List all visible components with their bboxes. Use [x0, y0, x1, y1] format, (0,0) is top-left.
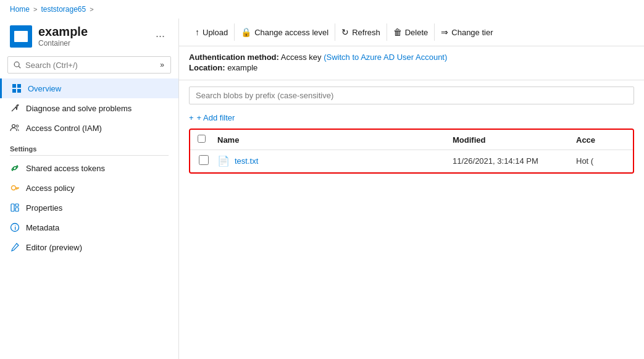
select-all-checkbox[interactable]	[198, 135, 206, 143]
row-select-checkbox[interactable]	[198, 155, 210, 165]
toolbar: ↑ Upload 🔒 Change access level ↻ Refresh…	[179, 19, 644, 46]
nav-properties-label: Properties	[26, 203, 62, 213]
container-icon	[14, 31, 28, 42]
svg-rect-12	[11, 204, 14, 211]
search-icon	[13, 61, 22, 69]
nav-shared-access[interactable]: Shared access tokens	[0, 158, 178, 178]
col-modified-header: Modified	[453, 135, 576, 145]
search-blobs-input[interactable]	[189, 87, 634, 104]
breadcrumb-sep2: >	[90, 6, 93, 13]
search-input[interactable]	[25, 61, 153, 70]
breadcrumb-storage[interactable]: teststorage65	[41, 5, 86, 14]
nav-access-control-label: Access Control (IAM)	[26, 124, 102, 133]
svg-rect-14	[15, 208, 19, 211]
refresh-icon: ↻	[341, 27, 349, 37]
nav-access-policy-label: Access policy	[26, 184, 75, 193]
svg-rect-4	[12, 89, 16, 93]
table-header: Name Modified Acce	[190, 130, 633, 150]
add-filter-button[interactable]: + + Add filter	[179, 111, 644, 125]
col-access-header: Acce	[576, 135, 625, 145]
breadcrumb-sep1: >	[33, 6, 37, 13]
nav-diagnose[interactable]: Diagnose and solve problems	[0, 98, 178, 118]
auth-value-text: Access key	[281, 53, 322, 62]
location-label: Location:	[189, 63, 225, 72]
people-icon	[10, 123, 20, 133]
header-checkbox-spacer	[198, 135, 210, 145]
svg-point-6	[12, 125, 15, 128]
row-filename[interactable]: test.txt	[235, 156, 453, 166]
resource-header: example Container ···	[0, 19, 178, 54]
info-bar: Authentication method: Access key (Switc…	[179, 46, 644, 80]
search-blobs-container	[189, 87, 634, 104]
resource-name: example	[38, 25, 146, 39]
svg-point-7	[16, 125, 19, 127]
table-row[interactable]: 📄 test.txt 11/26/2021, 3:14:14 PM Hot (	[190, 150, 633, 172]
svg-rect-5	[17, 89, 21, 93]
properties-icon	[10, 203, 20, 213]
collapse-sidebar-button[interactable]: »	[159, 59, 165, 70]
auth-label: Authentication method:	[189, 53, 279, 62]
edit-icon	[10, 242, 20, 252]
auth-switch-link[interactable]: (Switch to Azure AD User Account)	[324, 53, 447, 62]
blob-table-container: Name Modified Acce 📄 test.txt 11/26/2021…	[189, 129, 634, 174]
row-modified: 11/26/2021, 3:14:14 PM	[453, 156, 576, 166]
add-filter-label: + Add filter	[197, 113, 235, 122]
nav-properties[interactable]: Properties	[0, 198, 178, 218]
svg-rect-3	[17, 84, 21, 88]
upload-icon: ↑	[195, 27, 199, 37]
nav-editor[interactable]: Editor (preview)	[0, 237, 178, 257]
overview-icon	[12, 83, 22, 93]
nav-metadata[interactable]: i Metadata	[0, 218, 178, 237]
svg-rect-2	[12, 84, 16, 88]
content-area: ↑ Upload 🔒 Change access level ↻ Refresh…	[179, 19, 644, 359]
nav-editor-label: Editor (preview)	[26, 243, 82, 252]
nav-overview-label: Overview	[28, 84, 61, 93]
upload-button[interactable]: ↑ Upload	[189, 23, 235, 41]
svg-point-0	[14, 62, 19, 67]
app-container: Home > teststorage65 > example Container…	[0, 0, 644, 359]
nav-overview[interactable]: Overview	[0, 78, 178, 98]
info-icon: i	[10, 222, 20, 232]
wrench-icon	[10, 103, 20, 113]
nav-shared-access-label: Shared access tokens	[26, 164, 105, 173]
breadcrumb: Home > teststorage65 >	[0, 0, 644, 19]
resource-title-area: example Container	[38, 25, 146, 48]
tier-icon: ⇒	[441, 27, 448, 37]
nav-diagnose-label: Diagnose and solve problems	[26, 104, 132, 113]
svg-rect-13	[15, 204, 19, 206]
delete-icon: 🗑	[393, 27, 402, 37]
row-access-tier: Hot (	[576, 156, 625, 166]
location-info: Location: example	[189, 63, 634, 72]
change-access-button[interactable]: 🔒 Change access level	[235, 23, 335, 41]
sidebar: example Container ··· »	[0, 19, 179, 359]
refresh-button[interactable]: ↻ Refresh	[335, 23, 387, 41]
nav-metadata-label: Metadata	[26, 223, 59, 232]
breadcrumb-home[interactable]: Home	[10, 5, 30, 14]
key-icon	[10, 183, 20, 193]
main-layout: example Container ··· »	[0, 19, 644, 359]
change-tier-button[interactable]: ⇒ Change tier	[435, 23, 499, 41]
svg-text:i: i	[15, 225, 17, 231]
location-value: example	[227, 63, 257, 72]
file-icon: 📄	[217, 155, 230, 167]
row-checkbox-container	[198, 155, 210, 167]
lock-icon: 🔒	[241, 27, 251, 37]
nav-access-control[interactable]: Access Control (IAM)	[0, 118, 178, 138]
col-name-header: Name	[217, 135, 453, 145]
add-filter-icon: +	[189, 113, 194, 122]
more-options-button[interactable]: ···	[152, 28, 169, 44]
resource-type: Container	[38, 39, 146, 48]
delete-button[interactable]: 🗑 Delete	[387, 23, 435, 41]
link-icon	[10, 163, 20, 173]
settings-section-label: Settings	[0, 138, 178, 155]
resource-icon	[10, 25, 32, 48]
nav-access-policy[interactable]: Access policy	[0, 178, 178, 198]
svg-point-8	[12, 186, 16, 190]
search-box: »	[7, 56, 171, 74]
svg-line-1	[19, 66, 20, 68]
auth-info: Authentication method: Access key (Switc…	[189, 53, 634, 62]
